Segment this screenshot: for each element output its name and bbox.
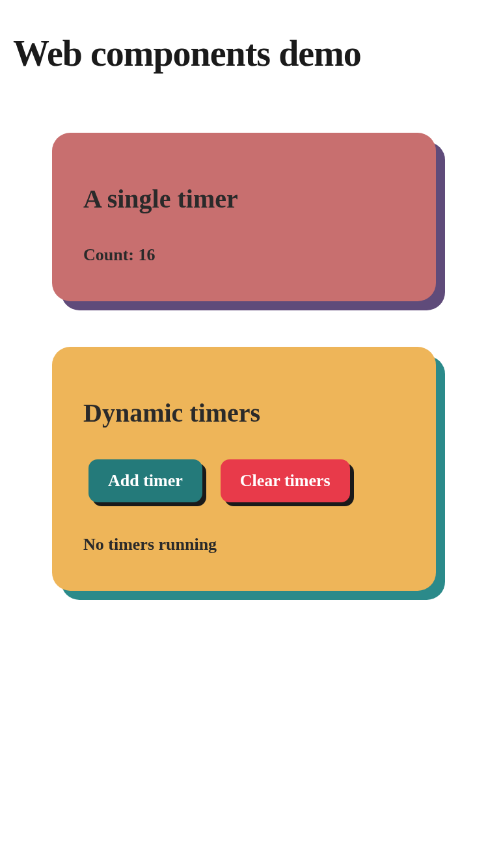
clear-timers-button[interactable]: Clear timers	[221, 459, 350, 502]
dynamic-timers-card: Dynamic timers Add timer Clear timers No…	[52, 347, 436, 591]
button-row: Add timer Clear timers	[88, 459, 405, 502]
single-timer-card: A single timer Count: 16	[52, 133, 436, 301]
dynamic-timers-heading: Dynamic timers	[83, 398, 405, 428]
card-body: A single timer Count: 16	[52, 133, 436, 301]
card-body: Dynamic timers Add timer Clear timers No…	[52, 347, 436, 591]
add-timer-button[interactable]: Add timer	[88, 459, 202, 502]
single-timer-heading: A single timer	[83, 183, 405, 214]
single-timer-count: Count: 16	[83, 245, 405, 265]
page-title: Web components demo	[13, 33, 475, 74]
dynamic-timers-status: No timers running	[83, 535, 405, 554]
